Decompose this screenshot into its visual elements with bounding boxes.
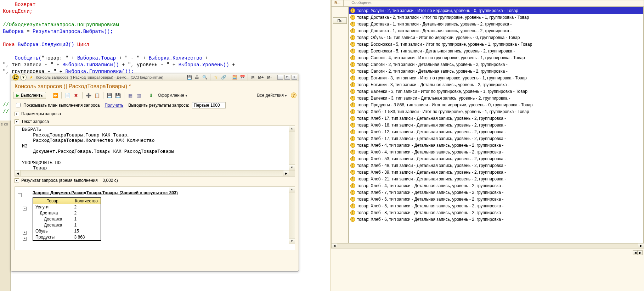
tree-expander[interactable]: + — [23, 237, 27, 241]
tab-v[interactable]: В... — [332, 0, 344, 6]
message-row[interactable]: !товар: Ботинки - 3, тип записи - Итог п… — [349, 74, 643, 81]
message-row[interactable]: !товар: Хлеб - 21, тип записи - Детальна… — [349, 175, 643, 182]
message-row[interactable]: !товар: Хлеб - 39, тип записи - Детальна… — [349, 169, 643, 175]
message-row[interactable]: !товар: Ботинки - 3, тип записи - Деталь… — [349, 81, 643, 88]
params-section[interactable]: ▸ Параметры запроса — [11, 110, 299, 118]
disk1-icon[interactable]: 💾 — [106, 92, 113, 99]
print-icon[interactable]: 🖶 — [194, 74, 200, 80]
message-row[interactable]: !товар: Хлеб - 48, тип записи - Детальна… — [349, 162, 643, 169]
show-plan-input[interactable] — [16, 103, 21, 107]
message-row[interactable]: !товар: Сапоги - 2, тип записи - Детальн… — [349, 68, 643, 74]
scroll-down-icon[interactable]: ▼ — [289, 164, 295, 170]
message-row[interactable]: !товар: Доставка - 1, тип записи - Детал… — [349, 21, 643, 27]
message-row[interactable]: !товар: Хлеб - 4, тип записи - Детальная… — [349, 142, 643, 149]
nav-right[interactable]: ▶ — [638, 250, 643, 255]
save-icon[interactable]: 💾 — [186, 74, 192, 80]
forward-icon[interactable]: ⏩ — [52, 92, 58, 99]
query-text[interactable]: ВЫБРАТЬ РасходТовараТовары.Товар КАК Тов… — [15, 126, 295, 172]
link-icon[interactable]: 🔗 — [220, 74, 227, 80]
preview-icon[interactable]: 🔍 — [202, 74, 208, 80]
result-section[interactable]: ▾ Результат запроса (время выполнения = … — [11, 177, 299, 184]
message-row[interactable]: !товар: Хлеб - 6, тип записи - Детальная… — [349, 196, 643, 202]
scroll-up-icon[interactable]: ▲ — [289, 187, 295, 192]
scroll-up-icon[interactable]: ▲ — [289, 126, 295, 131]
expander-icon[interactable]: ▾ — [15, 178, 19, 183]
scroll-left-icon[interactable]: ◀ — [332, 244, 337, 248]
help-button[interactable]: ? — [291, 93, 296, 98]
message-row[interactable]: !товар: Хлеб - 4, тип записи - Детальная… — [349, 149, 643, 155]
m-minus-btn[interactable]: M- — [266, 75, 273, 79]
message-row[interactable]: !товар: Доставка - 1, тип записи - Детал… — [349, 27, 643, 34]
message-row[interactable]: !товар: Хлеб - 12, тип записи - Детальна… — [349, 128, 643, 135]
message-row[interactable]: !товар: Хлеб - 17, тип записи - Детальна… — [349, 115, 643, 122]
run-button[interactable]: ▶Выполнить — [13, 92, 46, 99]
message-row[interactable]: !товар: Хлеб - 18, тип записи - Детальна… — [349, 122, 643, 128]
message-row[interactable]: !товар: Услуги - 2, тип записи - Итог по… — [349, 7, 643, 14]
table-row[interactable]: Доставка1 — [33, 222, 101, 228]
table-icon[interactable]: ▦ — [127, 92, 134, 99]
star-icon[interactable]: ★ — [28, 74, 34, 80]
close-button[interactable]: × — [292, 75, 297, 80]
message-row[interactable]: !товар: Хлеб - 17, тип записи - Детальна… — [349, 135, 643, 142]
messages-list[interactable]: !товар: Услуги - 2, тип записи - Итог по… — [349, 7, 643, 223]
add-icon[interactable]: ➕ — [85, 92, 92, 99]
message-row[interactable]: !товар: Хлеб - 1 583, тип записи - Итог … — [349, 108, 643, 115]
copy-icon[interactable]: 📋 — [94, 92, 100, 99]
output-results-input[interactable] — [192, 102, 226, 108]
message-row[interactable]: !товар: Обувь - 15, тип записи - Итог по… — [349, 34, 643, 41]
table-row[interactable]: Обувь15 — [33, 228, 101, 234]
tree-expander[interactable]: − — [18, 193, 22, 197]
expander-icon[interactable]: ▾ — [15, 119, 19, 124]
m-btn[interactable]: M — [250, 75, 255, 79]
star2-icon[interactable]: ☆ — [213, 74, 219, 80]
get-link[interactable]: Получить — [104, 103, 123, 108]
doc-green-icon[interactable]: 📄 — [64, 92, 71, 99]
scroll-down-icon[interactable]: ▼ — [289, 238, 295, 244]
all-actions-dropdown[interactable]: Все действия▼ — [256, 92, 289, 99]
messages-hscroll[interactable]: ◀ ▶ — [332, 243, 644, 248]
tab-messages[interactable]: Сообщения — [344, 0, 644, 6]
scrollbar-v[interactable]: ▲ ▼ — [289, 187, 295, 244]
col-tovar[interactable]: Товар — [33, 198, 72, 204]
window-titlebar[interactable]: 1c ▾ ★ Консоль запросов (| РасходТовараТ… — [11, 73, 299, 81]
export-icon[interactable]: ⬇ — [148, 92, 154, 99]
expander-icon[interactable]: ▸ — [15, 112, 19, 116]
message-row[interactable]: !товар: Валенки - 3, тип записи - Итог п… — [349, 88, 643, 95]
message-row[interactable]: !товар: Продукты - 3 868, тип записи - И… — [349, 101, 643, 108]
table-row[interactable]: Услуги2 — [33, 204, 101, 210]
scroll-left-icon[interactable]: ◀ — [15, 170, 21, 176]
nav-left[interactable]: ◀ — [633, 250, 638, 255]
result-title[interactable]: Запрос: Документ.РасходТовара.Товары (За… — [33, 190, 277, 195]
po-button[interactable]: По — [333, 17, 347, 24]
message-row[interactable]: !товар: Хлеб - 7, тип записи - Детальная… — [349, 189, 643, 196]
message-row[interactable]: !товар: Хлеб - 6, тип записи - Детальная… — [349, 216, 643, 223]
message-row[interactable]: !товар: Хлеб - 5, тип записи - Детальная… — [349, 202, 643, 209]
scroll-right-icon[interactable]: ▶ — [638, 244, 644, 248]
grid-icon[interactable]: ▥ — [136, 92, 142, 99]
disk2-icon[interactable]: 💾 — [115, 92, 121, 99]
decoration-dropdown[interactable]: Оформление▼ — [157, 92, 189, 99]
message-row[interactable]: !товар: Валенки - 3, тип записи - Деталь… — [349, 95, 643, 101]
message-row[interactable]: !товар: Хлеб - 4, тип записи - Детальная… — [349, 182, 643, 189]
minimize-button[interactable]: _ — [277, 75, 283, 80]
table-row[interactable]: Доставка2 — [33, 210, 101, 216]
message-row[interactable]: !товар: Сапоги - 4, тип записи - Итог по… — [349, 54, 643, 61]
message-row[interactable]: !товар: Сапоги - 2, тип записи - Детальн… — [349, 61, 643, 68]
calc-icon[interactable]: 🧮 — [231, 74, 238, 80]
message-row[interactable]: !товар: Хлеб - 8, тип записи - Детальная… — [349, 209, 643, 216]
maximize-button[interactable]: □ — [284, 75, 290, 80]
table-row[interactable]: Продукты3 868 — [33, 234, 101, 241]
message-row[interactable]: !товар: Босоножки - 5, тип записи - Дета… — [349, 47, 643, 54]
m-plus-btn[interactable]: M+ — [257, 75, 265, 79]
doc-red-icon[interactable]: ✖ — [73, 92, 79, 99]
table-row[interactable]: Доставка1 — [33, 216, 101, 222]
tree-expander[interactable]: − — [23, 207, 27, 211]
tree-expander[interactable]: + — [23, 231, 27, 235]
message-row[interactable]: !товар: Хлеб - 53, тип записи - Детальна… — [349, 155, 643, 162]
scrollbar-v[interactable]: ▲ ▼ — [289, 126, 295, 170]
col-qty[interactable]: Количество — [72, 198, 101, 204]
message-row[interactable]: !товар: Доставка - 2, тип записи - Итог … — [349, 14, 643, 21]
scroll-right-icon[interactable]: ▶ — [283, 170, 289, 176]
show-plan-checkbox[interactable]: Показывать план выполнения запроса — [15, 102, 100, 108]
dropdown-icon[interactable]: ▾ — [20, 74, 27, 80]
